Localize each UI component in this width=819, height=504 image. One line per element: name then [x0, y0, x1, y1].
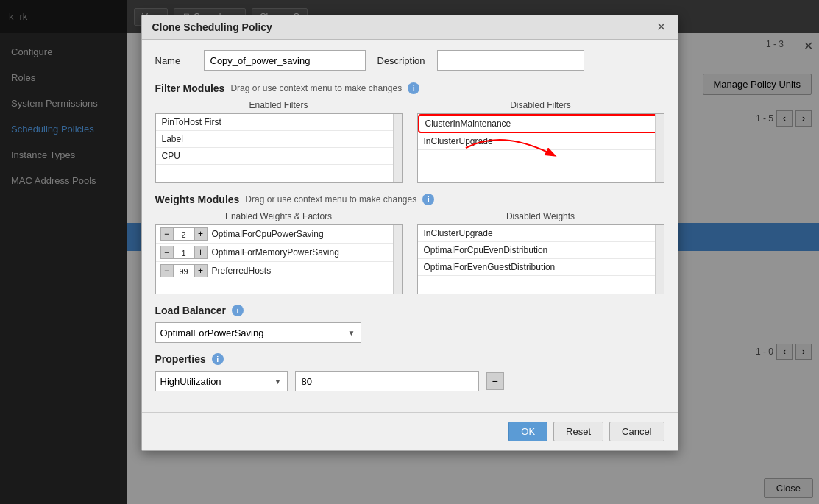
- weight-increase-cpu-btn[interactable]: +: [194, 227, 208, 241]
- weight-label-optimal-memory: OptimalForMemoryPowerSaving: [212, 247, 339, 258]
- weight-decrease-memory-btn[interactable]: −: [160, 246, 174, 259]
- modal-title: Clone Scheduling Policy: [152, 21, 272, 33]
- filter-item-label[interactable]: Label: [156, 131, 402, 148]
- filter-item-in-cluster-upgrade[interactable]: InClusterUpgrade: [418, 133, 664, 150]
- weights-modules-info-icon[interactable]: i: [422, 194, 434, 205]
- disabled-filters-scrollbar[interactable]: [655, 114, 664, 182]
- weights-modules-title: Weights Modules: [155, 194, 240, 205]
- properties-minus-button[interactable]: −: [486, 372, 504, 390]
- properties-header: Properties i: [155, 353, 664, 365]
- weight-val-memory: 1: [174, 246, 194, 259]
- weights-modules-hint: Drag or use context menu to make changes: [245, 194, 416, 205]
- load-balancer-title: Load Balancer: [155, 305, 226, 316]
- description-input[interactable]: [437, 50, 584, 71]
- enabled-filters-list: PinToHost First Label CPU: [155, 113, 403, 183]
- enabled-weights-scrollbar[interactable]: [393, 225, 402, 294]
- weight-row-optimal-cpu: − 2 + OptimalForCpuPowerSaving: [156, 225, 402, 244]
- properties-row: HighUtilization LowUtilization −: [155, 371, 664, 391]
- disabled-weight-in-cluster-upgrade[interactable]: InClusterUpgrade: [418, 225, 664, 242]
- cancel-button[interactable]: Cancel: [609, 422, 664, 441]
- weight-val-preferred: 99: [174, 264, 194, 277]
- disabled-weights-list: InClusterUpgrade OptimalForCpuEvenDistri…: [417, 224, 664, 294]
- disabled-weight-optimal-cpu-even[interactable]: OptimalForCpuEvenDistribution: [418, 242, 664, 259]
- weight-decrease-preferred-btn[interactable]: −: [160, 264, 174, 277]
- ok-button[interactable]: OK: [508, 422, 547, 441]
- enabled-filters-side: Enabled Filters PinToHost First Label CP…: [155, 100, 403, 183]
- weight-val-cpu: 2: [174, 227, 194, 241]
- filter-item-cluster-in-maintenance[interactable]: ClusterInMaintenance: [418, 114, 664, 133]
- disabled-weight-optimal-even-guest[interactable]: OptimalForEvenGuestDistribution: [418, 259, 664, 276]
- properties-section: Properties i HighUtilization LowUtilizat…: [155, 353, 664, 391]
- filter-item-pin-to-host[interactable]: PinToHost First: [156, 114, 402, 131]
- properties-select[interactable]: HighUtilization LowUtilization: [155, 371, 288, 391]
- properties-select-wrapper: HighUtilization LowUtilization: [155, 371, 288, 391]
- enabled-weights-list: − 2 + OptimalForCpuPowerSaving − 1 + Opt…: [155, 224, 403, 294]
- weight-row-optimal-memory: − 1 + OptimalForMemoryPowerSaving: [156, 244, 402, 262]
- disabled-filters-label: Disabled Filters: [417, 100, 664, 110]
- weight-label-optimal-cpu: OptimalForCpuPowerSaving: [212, 229, 324, 239]
- weight-increase-memory-btn[interactable]: +: [194, 246, 208, 259]
- load-balancer-select[interactable]: OptimalForPowerSaving InClusterUpgrade N…: [155, 322, 361, 343]
- filter-item-cpu[interactable]: CPU: [156, 148, 402, 165]
- description-label: Description: [377, 55, 425, 66]
- enabled-filters-label: Enabled Filters: [155, 100, 403, 110]
- filter-modules-title: Filter Modules: [155, 82, 225, 94]
- properties-number-input[interactable]: [295, 371, 479, 391]
- properties-title: Properties: [155, 353, 206, 365]
- filter-modules-hint: Drag or use context menu to make changes: [230, 83, 402, 93]
- weight-row-preferred-hosts: − 99 + PreferredHosts: [156, 262, 402, 280]
- load-balancer-select-wrapper: OptimalForPowerSaving InClusterUpgrade N…: [155, 322, 361, 343]
- filter-modules-info-icon[interactable]: i: [408, 82, 419, 94]
- load-balancer-info-icon[interactable]: i: [232, 305, 244, 316]
- disabled-filters-list: ClusterInMaintenance InClusterUpgrade: [417, 113, 664, 183]
- enabled-filters-scrollbar[interactable]: [393, 114, 402, 182]
- name-description-row: Name Description: [155, 50, 664, 71]
- modal-footer: OK Reset Cancel: [142, 412, 678, 450]
- properties-info-icon[interactable]: i: [212, 353, 224, 365]
- weights-modules-header: Weights Modules Drag or use context menu…: [155, 194, 664, 205]
- weight-increase-preferred-btn[interactable]: +: [194, 264, 208, 277]
- clone-scheduling-policy-modal: Clone Scheduling Policy ✕ Name Descripti…: [141, 15, 678, 451]
- disabled-weights-scrollbar[interactable]: [655, 225, 664, 294]
- reset-button[interactable]: Reset: [553, 422, 603, 441]
- modal-close-button[interactable]: ✕: [655, 21, 667, 33]
- weight-label-preferred-hosts: PreferredHosts: [212, 266, 272, 276]
- filter-modules-header: Filter Modules Drag or use context menu …: [155, 82, 664, 94]
- disabled-weights-label: Disabled Weights: [417, 211, 664, 221]
- load-balancer-header: Load Balancer i: [155, 305, 664, 316]
- name-input[interactable]: [204, 50, 366, 71]
- load-balancer-section: Load Balancer i OptimalForPowerSaving In…: [155, 305, 664, 343]
- filter-modules-container: Enabled Filters PinToHost First Label CP…: [155, 100, 664, 183]
- weights-modules-container: Enabled Weights & Factors − 2 + OptimalF…: [155, 211, 664, 294]
- modal-content: Name Description Filter Modules Drag or …: [142, 40, 678, 412]
- modal-overlay: Clone Scheduling Policy ✕ Name Descripti…: [0, 0, 819, 504]
- name-label: Name: [155, 55, 192, 66]
- disabled-filters-side: Disabled Filters ClusterInMaintenance In…: [417, 100, 664, 183]
- weight-decrease-cpu-btn[interactable]: −: [160, 227, 174, 241]
- enabled-weights-side: Enabled Weights & Factors − 2 + OptimalF…: [155, 211, 403, 294]
- disabled-weights-side: Disabled Weights InClusterUpgrade Optima…: [417, 211, 664, 294]
- modal-titlebar: Clone Scheduling Policy ✕: [142, 15, 678, 40]
- enabled-weights-label: Enabled Weights & Factors: [155, 211, 403, 221]
